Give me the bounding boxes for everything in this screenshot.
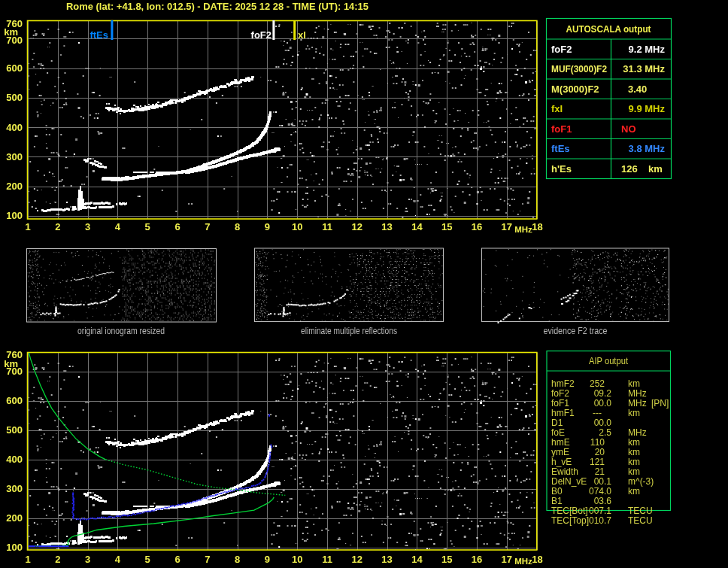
svg-text:400: 400 bbox=[6, 454, 23, 465]
svg-text:10: 10 bbox=[292, 554, 302, 565]
svg-text:14: 14 bbox=[411, 221, 423, 232]
svg-text:010.7: 010.7 bbox=[589, 515, 611, 526]
svg-text:MHz: MHz bbox=[628, 398, 647, 409]
svg-text:6: 6 bbox=[174, 554, 180, 565]
svg-text:km: km bbox=[628, 447, 640, 457]
svg-text:km: km bbox=[648, 163, 663, 175]
svg-text:2.5: 2.5 bbox=[599, 427, 611, 438]
svg-text:NO: NO bbox=[621, 123, 636, 135]
svg-text:fxI: fxI bbox=[551, 103, 563, 114]
svg-text:TEC[Top]: TEC[Top] bbox=[551, 515, 589, 526]
svg-text:200: 200 bbox=[6, 181, 23, 192]
svg-text:11: 11 bbox=[322, 554, 332, 565]
svg-text:km: km bbox=[628, 457, 640, 467]
svg-text:600: 600 bbox=[6, 62, 23, 74]
svg-text:13: 13 bbox=[381, 554, 392, 565]
svg-text:m^(-3): m^(-3) bbox=[628, 476, 654, 487]
svg-text:Ewidth: Ewidth bbox=[551, 466, 578, 477]
svg-text:4: 4 bbox=[115, 221, 121, 232]
svg-text:2: 2 bbox=[55, 221, 60, 232]
svg-text:500: 500 bbox=[6, 92, 23, 103]
svg-text:9: 9 bbox=[265, 554, 270, 565]
svg-text:00.1: 00.1 bbox=[594, 476, 612, 487]
svg-text:ymE: ymE bbox=[551, 447, 569, 457]
svg-text:6: 6 bbox=[174, 221, 180, 232]
svg-text:MHz: MHz bbox=[628, 388, 647, 399]
svg-text:MHz: MHz bbox=[628, 427, 647, 438]
svg-text:9.2 MHz: 9.2 MHz bbox=[629, 44, 666, 55]
svg-text:ftEs: ftEs bbox=[551, 143, 570, 154]
svg-text:20: 20 bbox=[595, 447, 605, 457]
svg-text:8: 8 bbox=[235, 554, 240, 565]
svg-text:16: 16 bbox=[472, 221, 482, 232]
svg-text:300: 300 bbox=[6, 151, 23, 163]
svg-text:5: 5 bbox=[145, 554, 150, 565]
svg-text:13: 13 bbox=[381, 221, 392, 232]
svg-text:TEC[Bot]: TEC[Bot] bbox=[551, 506, 588, 516]
svg-text:3.40: 3.40 bbox=[628, 84, 647, 95]
svg-text:3.8 MHz: 3.8 MHz bbox=[629, 143, 666, 154]
svg-text:2: 2 bbox=[55, 554, 60, 565]
svg-text:hmE: hmE bbox=[551, 437, 570, 448]
svg-text:31.3 MHz: 31.3 MHz bbox=[623, 63, 665, 74]
svg-text:DelN_vE: DelN_vE bbox=[551, 476, 587, 487]
svg-text:MHz: MHz bbox=[514, 557, 532, 566]
svg-text:hmF2: hmF2 bbox=[551, 378, 575, 389]
svg-text:TECU: TECU bbox=[628, 515, 653, 526]
svg-text:km: km bbox=[628, 486, 640, 497]
svg-text:18: 18 bbox=[532, 221, 542, 232]
svg-text:3: 3 bbox=[85, 221, 90, 232]
svg-text:1: 1 bbox=[25, 554, 30, 565]
svg-text:B1: B1 bbox=[551, 496, 563, 506]
svg-text:km: km bbox=[628, 408, 640, 418]
svg-text:9.9 MHz: 9.9 MHz bbox=[629, 103, 666, 114]
svg-text:5: 5 bbox=[145, 221, 150, 232]
svg-text:Rome (lat: +41.8, lon: 012.5): Rome (lat: +41.8, lon: 012.5) - DATE: 20… bbox=[66, 1, 369, 12]
svg-text:121: 121 bbox=[590, 457, 605, 467]
svg-text:100: 100 bbox=[6, 542, 23, 553]
svg-text:xl: xl bbox=[298, 29, 306, 41]
svg-text:AIP output: AIP output bbox=[589, 355, 628, 366]
svg-text:12: 12 bbox=[352, 554, 362, 565]
svg-text:AUTOSCALA output: AUTOSCALA output bbox=[566, 23, 652, 35]
svg-text:600: 600 bbox=[6, 395, 23, 406]
svg-text:foE: foE bbox=[551, 427, 565, 438]
svg-text:ftEs: ftEs bbox=[89, 29, 108, 41]
svg-text:18: 18 bbox=[532, 554, 542, 565]
svg-text:400: 400 bbox=[6, 122, 23, 133]
svg-text:126: 126 bbox=[621, 163, 638, 175]
svg-text:110: 110 bbox=[590, 437, 605, 448]
svg-text:16: 16 bbox=[472, 554, 482, 565]
svg-text:9: 9 bbox=[265, 221, 270, 232]
svg-text:700: 700 bbox=[6, 35, 23, 46]
svg-text:500: 500 bbox=[6, 424, 23, 436]
svg-text:09.2: 09.2 bbox=[594, 388, 612, 399]
svg-text:21: 21 bbox=[595, 466, 605, 477]
svg-text:200: 200 bbox=[6, 512, 23, 524]
svg-text:TECU: TECU bbox=[628, 506, 653, 516]
svg-text:15: 15 bbox=[441, 554, 452, 565]
svg-text:17: 17 bbox=[502, 221, 512, 232]
svg-text:MUF(3000)F2: MUF(3000)F2 bbox=[551, 63, 607, 74]
svg-text:7: 7 bbox=[205, 221, 210, 232]
svg-text:074.0: 074.0 bbox=[589, 486, 611, 497]
svg-text:00.0: 00.0 bbox=[594, 398, 612, 409]
svg-text:12: 12 bbox=[352, 221, 362, 232]
svg-text:15: 15 bbox=[441, 221, 452, 232]
svg-text:14: 14 bbox=[411, 554, 423, 565]
svg-text:4: 4 bbox=[115, 554, 121, 565]
svg-text:[PN]: [PN] bbox=[651, 398, 669, 409]
svg-text:foF2: foF2 bbox=[551, 44, 572, 55]
svg-text:03.6: 03.6 bbox=[594, 496, 612, 506]
svg-text:007.1: 007.1 bbox=[589, 506, 611, 516]
svg-text:700: 700 bbox=[6, 366, 23, 377]
svg-text:km: km bbox=[628, 378, 640, 389]
svg-text:D1: D1 bbox=[551, 418, 563, 428]
svg-text:foF1: foF1 bbox=[551, 123, 572, 135]
svg-text:km: km bbox=[628, 466, 640, 477]
svg-text:B0: B0 bbox=[551, 486, 563, 497]
svg-text:---: --- bbox=[593, 408, 602, 418]
svg-text:3: 3 bbox=[85, 554, 90, 565]
svg-text:evidence F2 trace: evidence F2 trace bbox=[544, 325, 608, 336]
svg-text:km: km bbox=[628, 437, 640, 448]
